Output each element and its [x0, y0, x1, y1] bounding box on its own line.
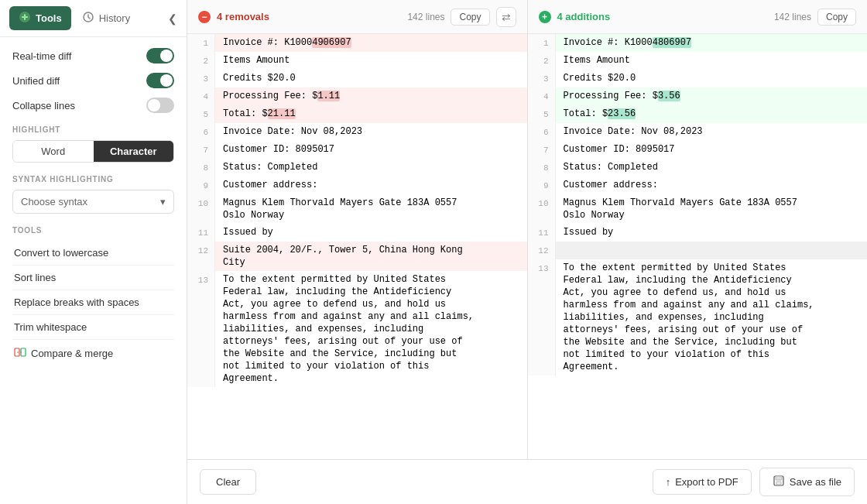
sidebar: Tools History ❮ Real-time diff Unified d…: [0, 0, 187, 504]
tab-history[interactable]: History: [74, 6, 138, 30]
additions-badge: 4 additions: [557, 11, 611, 22]
tool-replace-breaks[interactable]: Replace breaks with spaces: [12, 290, 174, 315]
save-file-label: Save as file: [790, 476, 841, 488]
save-file-icon: [773, 475, 785, 489]
right-lines-count: 142 lines: [774, 12, 811, 22]
table-row: 13 To the extent permitted by United Sta…: [187, 271, 527, 387]
tab-history-label: History: [99, 12, 130, 24]
table-row: 6 Invoice Date: Nov 08,2023: [528, 123, 868, 141]
highlight-section-label: HIGHLIGHT: [12, 125, 174, 134]
table-row: 7 Customer ID: 8095017: [528, 141, 868, 159]
right-diff-header: + 4 additions 142 lines Copy: [528, 0, 868, 34]
svg-rect-2: [24, 14, 26, 20]
right-diff-body[interactable]: 1 Invoice #: K10004806907 2 Items Amount…: [528, 34, 868, 459]
unified-diff-toggle[interactable]: [146, 73, 174, 88]
syntax-placeholder: Choose syntax: [21, 196, 87, 207]
highlight-button-group: Word Character: [12, 140, 174, 163]
table-row: 1 Invoice #: K10004806907: [528, 34, 868, 52]
tool-convert-lowercase[interactable]: Convert to lowercase: [12, 241, 174, 266]
svg-rect-8: [776, 476, 782, 480]
sidebar-header: Tools History ❮: [0, 0, 187, 37]
left-copy-button[interactable]: Copy: [451, 9, 489, 26]
tab-tools[interactable]: Tools: [9, 6, 71, 30]
main-area: − 4 removals 142 lines Copy ⇄ 1 Invoice …: [187, 0, 867, 504]
table-row: 11 Issued by: [187, 224, 527, 242]
realtime-diff-toggle[interactable]: [146, 48, 174, 63]
table-row: 13 To the extent permitted by United Sta…: [528, 259, 868, 375]
table-row: 12: [528, 242, 868, 259]
table-row: 10 Magnus Klem Thorvald Mayers Gate 183A…: [187, 194, 527, 224]
compare-merge-item[interactable]: Compare & merge: [12, 340, 174, 367]
realtime-diff-row: Real-time diff: [12, 48, 174, 63]
table-row: 12 Suite 2004, 20/F., Tower 5, China Hon…: [187, 242, 527, 271]
compare-merge-label: Compare & merge: [31, 348, 113, 359]
chevron-down-icon: ▾: [160, 196, 166, 207]
left-lines-count: 142 lines: [407, 12, 444, 22]
tools-icon: [19, 11, 31, 26]
bottom-bar: Clear ↑ Export to PDF Save as file: [187, 459, 867, 504]
right-diff-panel: + 4 additions 142 lines Copy 1 Invoice #…: [528, 0, 868, 459]
table-row: 7 Customer ID: 8095017: [187, 141, 527, 159]
table-row: 9 Customer address:: [528, 177, 868, 194]
highlight-character-button[interactable]: Character: [94, 141, 174, 162]
export-pdf-label: Export to PDF: [675, 476, 738, 488]
export-pdf-button[interactable]: ↑ Export to PDF: [653, 469, 752, 495]
table-row: 4 Processing Fee: $1.11: [187, 87, 527, 105]
clear-button[interactable]: Clear: [200, 469, 256, 495]
table-row: 11 Issued by: [528, 224, 868, 242]
svg-rect-9: [776, 482, 781, 485]
realtime-diff-label: Real-time diff: [12, 50, 71, 62]
table-row: 2 Items Amount: [528, 52, 868, 70]
table-row: 3 Credits $20.0: [528, 70, 868, 87]
table-row: 5 Total: $23.56: [528, 105, 868, 123]
history-icon: [82, 11, 94, 26]
sidebar-content: Real-time diff Unified diff Collapse lin…: [0, 37, 187, 504]
sidebar-collapse-button[interactable]: ❮: [168, 12, 177, 25]
collapse-lines-label: Collapse lines: [12, 100, 75, 111]
minus-icon: −: [198, 11, 211, 23]
tool-sort-lines[interactable]: Sort lines: [12, 266, 174, 290]
left-diff-header: − 4 removals 142 lines Copy ⇄: [187, 0, 527, 34]
table-row: 1 Invoice #: K10004906907: [187, 34, 527, 52]
left-diff-panel: − 4 removals 142 lines Copy ⇄ 1 Invoice …: [187, 0, 528, 459]
bottom-right: ↑ Export to PDF Save as file: [653, 468, 855, 496]
table-row: 8 Status: Completed: [187, 159, 527, 177]
table-row: 10 Magnus Klem Thorvald Mayers Gate 183A…: [528, 194, 868, 224]
left-diff-body[interactable]: 1 Invoice #: K10004906907 2 Items Amount…: [187, 34, 527, 459]
tool-trim-whitespace[interactable]: Trim whitespace: [12, 315, 174, 340]
table-row: 8 Status: Completed: [528, 159, 868, 177]
table-row: 9 Customer address:: [187, 177, 527, 194]
save-file-button[interactable]: Save as file: [759, 468, 855, 496]
diff-container: − 4 removals 142 lines Copy ⇄ 1 Invoice …: [187, 0, 867, 459]
table-row: 5 Total: $21.11: [187, 105, 527, 123]
export-icon: ↑: [666, 476, 671, 488]
highlight-word-button[interactable]: Word: [13, 141, 94, 162]
right-copy-button[interactable]: Copy: [817, 9, 856, 26]
compare-merge-icon: [14, 346, 26, 361]
unified-diff-row: Unified diff: [12, 73, 174, 88]
unified-diff-label: Unified diff: [12, 75, 60, 87]
tab-tools-label: Tools: [36, 12, 62, 24]
syntax-section-label: SYNTAX HIGHLIGHTING: [12, 175, 174, 183]
swap-button[interactable]: ⇄: [496, 7, 516, 27]
tools-section-label: TOOLS: [12, 226, 174, 235]
syntax-select[interactable]: Choose syntax ▾: [12, 190, 174, 214]
table-row: 6 Invoice Date: Nov 08,2023: [187, 123, 527, 141]
collapse-lines-toggle[interactable]: [146, 98, 174, 113]
plus-icon: +: [539, 11, 551, 23]
removals-badge: 4 removals: [217, 11, 269, 22]
table-row: 4 Processing Fee: $3.56: [528, 87, 868, 105]
table-row: 3 Credits $20.0: [187, 70, 527, 87]
collapse-lines-row: Collapse lines: [12, 98, 174, 113]
table-row: 2 Items Amount: [187, 52, 527, 70]
